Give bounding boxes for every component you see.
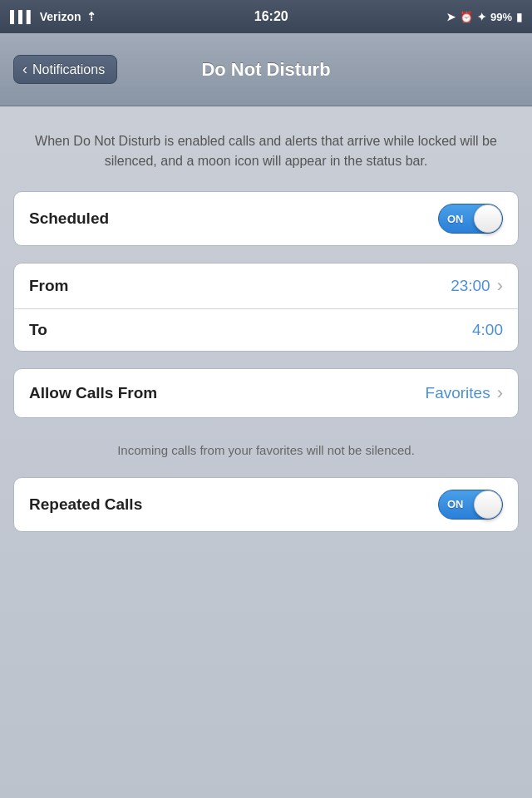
content-area: When Do Not Disturb is enabled calls and… [0, 106, 532, 798]
scheduled-label: Scheduled [29, 209, 109, 228]
from-row-right: 23:00 › [451, 275, 503, 297]
allow-calls-row[interactable]: Allow Calls From Favorites › [14, 369, 518, 417]
allow-calls-section: Allow Calls From Favorites › [13, 368, 519, 418]
scheduled-toggle[interactable]: ON [438, 204, 503, 234]
location-icon: ➤ [446, 11, 456, 23]
signal-bars: ▌▌▌ [10, 10, 35, 23]
from-row[interactable]: From 23:00 › [14, 264, 518, 308]
wifi-icon: ⇡ [86, 10, 96, 23]
page-title: Do Not Disturb [201, 59, 330, 81]
back-button[interactable]: ‹ Notifications [13, 55, 117, 84]
repeated-calls-toggle[interactable]: ON [438, 490, 503, 520]
scheduled-toggle-label: ON [447, 213, 464, 225]
bluetooth-icon: ✦ [477, 11, 486, 23]
status-right: ➤ ⏰ ✦ 99% ▮ [446, 11, 522, 23]
carrier-label: Verizon [40, 10, 81, 23]
time-section: From 23:00 › To 4:00 [13, 263, 519, 352]
repeated-calls-label: Repeated Calls [29, 495, 142, 514]
allow-calls-value: Favorites [426, 384, 490, 402]
to-label: To [29, 321, 47, 339]
repeated-calls-row[interactable]: Repeated Calls ON [14, 478, 518, 531]
scheduled-toggle-knob [474, 204, 502, 233]
from-value: 23:00 [451, 277, 490, 295]
to-value: 4:00 [472, 321, 503, 339]
status-bar: ▌▌▌ Verizon ⇡ 16:20 ➤ ⏰ ✦ 99% ▮ [0, 0, 532, 33]
back-chevron-icon: ‹ [22, 61, 27, 78]
allow-calls-description: Incoming calls from your favorites will … [13, 435, 519, 477]
repeated-calls-toggle-knob [474, 490, 502, 519]
battery-icon: ▮ [516, 11, 522, 23]
status-time: 16:20 [254, 9, 288, 24]
back-button-label: Notifications [32, 62, 105, 77]
to-row-right: 4:00 [472, 321, 503, 339]
scheduled-section: Scheduled ON [13, 191, 519, 246]
repeated-calls-toggle-label: ON [447, 498, 464, 510]
battery-label: 99% [490, 11, 512, 23]
allow-calls-label: Allow Calls From [29, 384, 157, 402]
repeated-calls-section: Repeated Calls ON [13, 477, 519, 532]
allow-calls-chevron-icon: › [497, 382, 503, 404]
scheduled-row[interactable]: Scheduled ON [14, 192, 518, 245]
dnd-description: When Do Not Disturb is enabled calls and… [13, 123, 519, 191]
allow-calls-row-right: Favorites › [426, 382, 503, 404]
nav-bar: ‹ Notifications Do Not Disturb [0, 33, 532, 106]
from-chevron-icon: › [497, 275, 503, 297]
time-rows: From 23:00 › To 4:00 [14, 264, 518, 351]
alarm-icon: ⏰ [460, 11, 473, 23]
from-label: From [29, 277, 69, 295]
to-row[interactable]: To 4:00 [14, 308, 518, 351]
status-left: ▌▌▌ Verizon ⇡ [10, 10, 96, 23]
